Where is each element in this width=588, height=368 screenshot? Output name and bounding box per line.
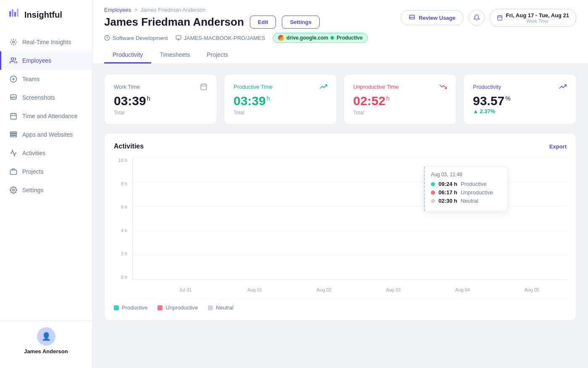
department-meta: Software Development xyxy=(104,35,168,41)
date-label-aug01: Aug 01 xyxy=(220,285,289,292)
productive-icon xyxy=(320,83,327,90)
svg-rect-10 xyxy=(10,114,16,119)
stat-work-time: Work Time 03:39h Total xyxy=(104,74,217,124)
tooltip-date: Aug 03, 11:48 xyxy=(431,172,501,177)
breadcrumb: Employees > James Friedman Anderson xyxy=(104,7,320,13)
computer-meta: JAMES-MACBOOK-PRO/JAMES xyxy=(176,35,265,41)
edit-button[interactable]: Edit xyxy=(250,16,276,29)
svg-rect-16 xyxy=(10,135,17,137)
svg-point-5 xyxy=(11,58,14,60)
teams-icon xyxy=(10,75,17,83)
tooltip-unproductive: 06:17 h Unproductive xyxy=(431,189,501,196)
page-title: James Friedman Anderson xyxy=(104,16,244,29)
date-label-aug05: Aug 05 xyxy=(497,285,567,292)
header: Employees > James Friedman Anderson Jame… xyxy=(92,0,588,64)
realtime-icon xyxy=(10,38,17,46)
date-sub: Work Time xyxy=(506,19,569,24)
tooltip-dot-unproductive xyxy=(431,191,435,195)
y-label-10: 10 h xyxy=(114,158,131,163)
site-badge: drive.google.com Productive xyxy=(273,33,368,43)
computer-icon xyxy=(176,35,181,41)
svg-rect-25 xyxy=(176,36,181,39)
date-labels: Jul 31 Aug 01 Aug 02 Aug 03 Aug 04 Aug 0… xyxy=(132,285,567,292)
projects-icon xyxy=(10,168,17,175)
screenshots-icon xyxy=(10,94,17,101)
breadcrumb-employees[interactable]: Employees xyxy=(104,7,131,13)
date-label-aug03: Aug 03 xyxy=(359,285,428,292)
legend-dot-neutral xyxy=(208,305,213,310)
user-name: James Anderson xyxy=(24,348,68,355)
stats-row: Work Time 03:39h Total Productive Time 0… xyxy=(104,74,576,124)
svg-rect-17 xyxy=(10,170,17,175)
sidebar-item-employees[interactable]: Employees xyxy=(0,51,92,70)
sidebar-nav: Real-Time Insights Employees Teams Scree… xyxy=(0,33,92,320)
stat-productivity-label: Productivity xyxy=(473,83,567,90)
svg-rect-15 xyxy=(10,134,17,135)
settings-button[interactable]: Settings xyxy=(282,16,319,29)
legend-productive: Productive xyxy=(114,304,147,311)
date-label: Fri, Aug 17 - Tue, Aug 21 xyxy=(506,12,569,19)
tab-timesheets[interactable]: Timesheets xyxy=(151,47,198,64)
work-time-icon xyxy=(200,83,207,90)
sidebar-item-projects[interactable]: Projects xyxy=(0,162,92,181)
sidebar-user: 👤 James Anderson xyxy=(0,320,92,361)
time-icon xyxy=(10,112,17,120)
tooltip-dot-productive xyxy=(431,182,435,186)
sidebar-item-time[interactable]: Time and Attendance xyxy=(0,107,92,125)
productivity-trend: ▲ 2.37% xyxy=(473,108,567,114)
header-meta: Software Development JAMES-MACBOOK-PRO/J… xyxy=(104,33,576,43)
calendar-icon xyxy=(497,15,503,21)
legend-neutral: Neutral xyxy=(208,304,234,311)
productivity-icon xyxy=(559,83,567,90)
svg-rect-28 xyxy=(201,84,207,90)
apps-icon xyxy=(10,131,17,138)
svg-rect-2 xyxy=(14,12,16,17)
legend-unproductive: Unproductive xyxy=(158,304,198,311)
chart-tooltip: Aug 03, 11:48 09:24 h Productive 06:17 h… xyxy=(424,166,508,212)
site-logo xyxy=(278,35,284,41)
sidebar-item-activities[interactable]: Activities xyxy=(0,144,92,162)
department-icon xyxy=(104,35,110,41)
header-top: Employees > James Friedman Anderson Jame… xyxy=(104,7,576,29)
svg-rect-0 xyxy=(9,11,11,17)
header-left: Employees > James Friedman Anderson Jame… xyxy=(104,7,320,29)
sidebar-item-teams[interactable]: Teams xyxy=(0,70,92,88)
legend-dot-productive xyxy=(114,305,119,310)
svg-rect-14 xyxy=(10,132,17,133)
notifications-button[interactable] xyxy=(469,10,485,26)
tab-projects[interactable]: Projects xyxy=(198,47,236,64)
date-range-button[interactable]: Fri, Aug 17 - Tue, Aug 21 Work Time xyxy=(490,9,576,27)
export-button[interactable]: Export xyxy=(549,143,567,150)
review-usage-button[interactable]: Review Usage xyxy=(401,10,463,25)
stat-unproductive-label: Unproductive Time xyxy=(353,83,447,90)
sidebar: Insightful Real-Time Insights Employees … xyxy=(0,0,92,368)
date-label-aug04: Aug 04 xyxy=(428,285,497,292)
bell-icon xyxy=(473,14,480,21)
breadcrumb-current: James Friedman Anderson xyxy=(140,7,205,13)
chart-legend: Productive Unproductive Neutral xyxy=(114,299,567,311)
stat-productivity: Productivity 93.57% ▲ 2.37% xyxy=(463,74,576,124)
sidebar-item-screenshots[interactable]: Screenshots xyxy=(0,88,92,107)
sidebar-item-realtime[interactable]: Real-Time Insights xyxy=(0,33,92,51)
y-label-4: 4 h xyxy=(114,228,131,233)
y-axis: 10 h 8 h 6 h 4 h 2 h 0 h xyxy=(114,158,131,280)
review-icon xyxy=(409,14,415,21)
stat-work-time-label: Work Time xyxy=(114,83,207,90)
productive-dot xyxy=(331,36,334,40)
logo-text: Insightful xyxy=(24,10,62,20)
y-label-2: 2 h xyxy=(114,251,131,256)
date-label-aug02: Aug 02 xyxy=(289,285,359,292)
sidebar-item-settings[interactable]: Settings xyxy=(0,181,92,199)
tooltip-dot-neutral xyxy=(431,199,435,203)
tab-productivity[interactable]: Productivity xyxy=(104,47,151,64)
sidebar-item-apps[interactable]: Apps and Websites xyxy=(0,125,92,144)
stat-unproductive-time: Unproductive Time 02:52h Total xyxy=(344,74,457,124)
chart-header: Activities Export xyxy=(114,143,567,150)
activities-icon xyxy=(10,149,17,157)
chart-title: Activities xyxy=(114,143,144,150)
chart-section: Activities Export 10 h 8 h 6 h xyxy=(104,133,576,320)
logo-icon xyxy=(8,8,20,22)
header-right: Review Usage Fri, Aug 17 - Tue, Aug 21 W… xyxy=(401,9,576,27)
svg-rect-3 xyxy=(17,8,18,17)
tooltip-productive: 09:24 h Productive xyxy=(431,181,501,187)
